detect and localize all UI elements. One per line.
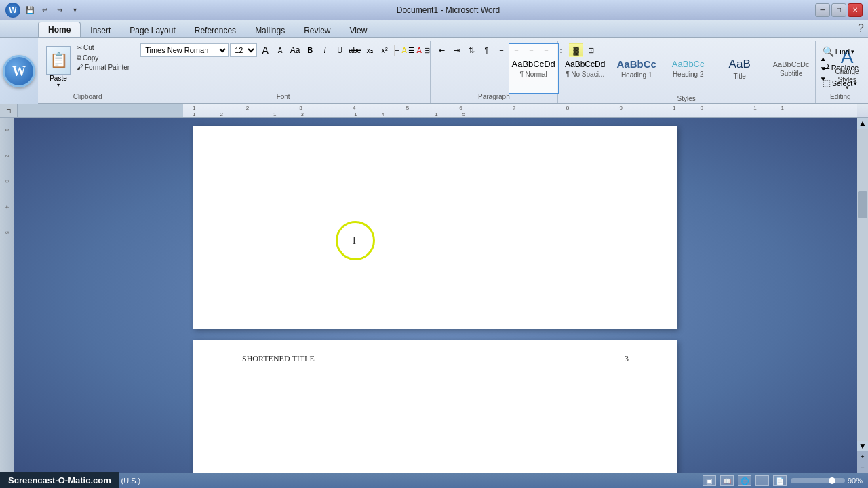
page-2: SHORTENED TITLE 3 [193,340,677,473]
style-nospace-preview: AaBbCcDd [565,60,605,69]
multilevel-button[interactable]: ⊟ [420,43,433,57]
align-left-button[interactable]: ≡ [494,43,508,57]
style-title-label: Title [733,73,746,80]
word-logo: W [12,64,26,79]
replace-button[interactable]: ⇄ Replace [820,61,861,74]
style-title-preview: AaB [729,58,751,71]
screencast-watermark: Screencast-O-Matic.com [0,472,119,488]
paste-button[interactable]: 📋 Paste ▾ [43,43,73,91]
ruler-corner-icon: ⊐ [6,108,12,115]
style-title[interactable]: AaB Title [715,43,765,94]
zoom-out-button[interactable]: − [857,462,868,473]
clipboard-content: 📋 Paste ▾ ✂ Cut ⧉ Copy 🖌 Format Painter [43,41,132,92]
tab-references[interactable]: References [185,23,245,37]
quick-access-dropdown[interactable]: ▾ [68,4,81,16]
outline-button[interactable]: ☰ [755,475,769,486]
style-heading2[interactable]: AaBbCc Heading 2 [663,43,713,94]
draft-button[interactable]: 📄 [773,475,787,486]
ruler-numbers: 1 2 3 4 5 6 7 8 9 10 11 12 13 14 15 [186,105,854,117]
title-bar: W 💾 ↩ ↪ ▾ Document1 - Microsoft Word ─ □… [0,0,868,20]
style-heading1-preview: AaBbCc [616,58,656,70]
styles-group: AaBbCcDd ¶ Normal AaBbCcDd ¶ No Spaci...… [558,41,816,103]
tab-mailings[interactable]: Mailings [245,23,294,37]
increase-indent-button[interactable]: ⇥ [450,43,463,57]
tab-view[interactable]: View [340,23,377,37]
scroll-up-button[interactable]: ▲ [857,118,868,129]
style-subtitle-label: Subtitle [780,70,802,77]
superscript-button[interactable]: x² [378,43,391,57]
find-icon: 🔍 [823,46,834,57]
document-scroll-area[interactable]: I| SHORTENED TITLE 3 [14,118,857,473]
style-heading1[interactable]: AaBbCc Heading 1 [612,43,662,94]
maximize-button[interactable]: □ [831,3,846,17]
font-shrink-button[interactable]: A [273,43,287,57]
title-bar-left: W 💾 ↩ ↪ ▾ [5,3,81,18]
sort-button[interactable]: ⇅ [465,43,478,57]
running-head: SHORTENED TITLE [242,354,315,364]
find-button[interactable]: 🔍 Find ▾ [820,45,857,58]
document-wrapper: 1 2 3 4 5 I| SHORTENED TITLE 3 [0,118,868,473]
clear-format-button[interactable]: Aa [288,43,302,57]
save-button[interactable]: 💾 [23,4,37,16]
tab-review[interactable]: Review [294,23,340,37]
scroll-down-button[interactable]: ▼ [857,441,868,451]
quick-access-toolbar: 💾 ↩ ↪ ▾ [23,4,81,16]
zoom-level: 90% [848,476,863,485]
styles-content: AaBbCcDd ¶ Normal AaBbCcDd ¶ No Spaci...… [509,41,865,94]
style-normal[interactable]: AaBbCcDd ¶ Normal [509,43,559,94]
select-icon: ⬚ [823,78,831,88]
print-layout-button[interactable]: ▣ [703,475,716,486]
office-button[interactable]: W [0,38,38,104]
minimize-button[interactable]: ─ [815,3,830,17]
cut-button[interactable]: ✂ Cut [75,43,132,52]
paste-dropdown[interactable]: ▾ [57,82,60,88]
zoom-thumb[interactable] [829,477,835,484]
scroll-track[interactable] [857,129,868,441]
font-name-select[interactable]: Times New Roman [140,43,229,57]
font-size-select[interactable]: 12 [230,43,257,57]
cursor-highlight: I| [336,221,375,260]
help-button[interactable]: ? [854,20,868,37]
tab-insert[interactable]: Insert [81,23,120,37]
strikethrough-button[interactable]: abc [348,43,361,57]
editing-content: 🔍 Find ▾ ⇄ Replace ⬚ Select ▾ [820,41,861,92]
select-dropdown[interactable]: ▾ [854,80,857,87]
para-row-1: ≡ ☰ ⊟ ⇤ ⇥ ⇅ ¶ [390,43,493,57]
zoom-slider[interactable] [791,478,845,483]
select-button[interactable]: ⬚ Select ▾ [820,77,861,89]
close-button[interactable]: ✕ [848,3,863,17]
tab-page-layout[interactable]: Page Layout [120,23,184,37]
full-reading-button[interactable]: 📖 [720,475,734,486]
zoom-in-button[interactable]: + [857,451,868,462]
redo-button[interactable]: ↪ [53,4,66,16]
decrease-indent-button[interactable]: ⇤ [435,43,448,57]
page-1: I| [193,126,677,329]
style-subtitle-preview: AaBbCcDc [773,60,810,68]
bold-button[interactable]: B [303,43,317,57]
status-bar: Page: 2 of 3 Words: 413 English (U.S.) ▣… [0,473,868,488]
show-hide-button[interactable]: ¶ [479,43,493,57]
page-2-header: SHORTENED TITLE 3 [193,340,677,364]
subscript-button[interactable]: x₂ [363,43,376,57]
web-layout-button[interactable]: 🌐 [738,475,751,486]
scroll-thumb[interactable] [858,191,867,218]
ruler-corner[interactable]: ⊐ [0,104,18,118]
font-row-1: Times New Roman 12 A A Aa [140,43,302,57]
format-painter-button[interactable]: 🖌 Format Painter [75,63,132,72]
font-group: Times New Roman 12 A A Aa B I U abc x₂ x… [136,41,431,103]
paste-icon: 📋 [46,46,71,75]
style-nospace[interactable]: AaBbCcDd ¶ No Spaci... [560,43,610,94]
tab-home[interactable]: Home [38,22,81,37]
underline-button[interactable]: U [333,43,347,57]
find-dropdown[interactable]: ▾ [851,48,854,55]
copy-button[interactable]: ⧉ Copy [75,53,132,62]
page-number: 3 [625,354,629,364]
style-subtitle[interactable]: AaBbCcDc Subtitle [766,43,816,94]
ribbon-tabs: Home Insert Page Layout References Maili… [0,20,868,38]
undo-button[interactable]: ↩ [38,4,52,16]
font-grow-button[interactable]: A [258,43,272,57]
italic-button[interactable]: I [318,43,332,57]
clipboard-group: 📋 Paste ▾ ✂ Cut ⧉ Copy 🖌 Format Painter … [41,41,136,103]
numbering-button[interactable]: ☰ [405,43,418,57]
bullets-button[interactable]: ≡ [390,43,403,57]
